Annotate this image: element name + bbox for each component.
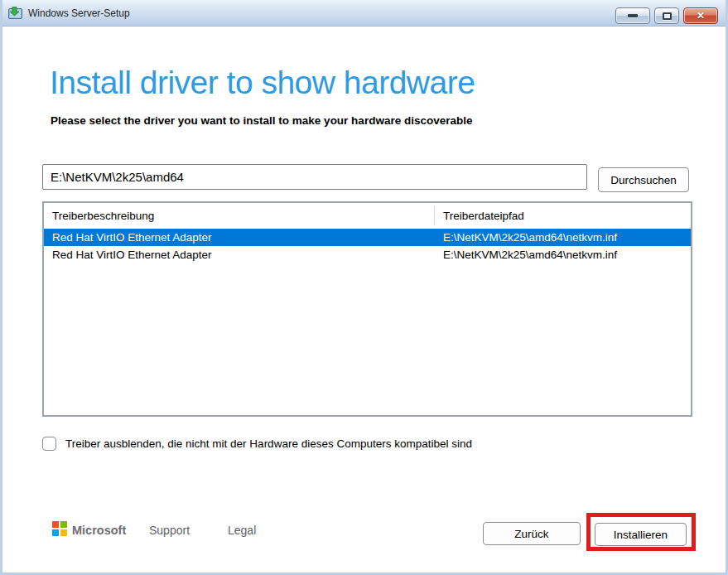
driver-list: Treiberbeschreibung Treiberdateipfad Red…	[42, 201, 692, 417]
close-button[interactable]: ✕	[683, 7, 718, 24]
page-subtitle: Please select the driver you want to ins…	[51, 114, 472, 127]
maximize-icon	[663, 12, 672, 20]
minimize-icon	[628, 14, 638, 17]
hide-incompatible-checkbox[interactable]	[42, 437, 56, 451]
driver-row-selected[interactable]: Red Hat VirtIO Ethernet Adapter E:\NetKV…	[44, 229, 691, 246]
hide-incompatible-label[interactable]: Treiber ausblenden, die nicht mit der Ha…	[65, 437, 472, 450]
ms-logo-blue	[52, 529, 59, 536]
installer-icon	[8, 7, 22, 19]
driver-list-header: Treiberbeschreibung Treiberdateipfad	[44, 203, 691, 229]
titlebar[interactable]: Windows Server-Setup ✕	[0, 0, 728, 27]
back-button[interactable]: Zurück	[483, 522, 581, 545]
ms-logo-green	[60, 521, 67, 528]
support-link[interactable]: Support	[149, 524, 190, 537]
maximize-button[interactable]	[654, 7, 679, 24]
driver-description: Red Hat VirtIO Ethernet Adapter	[44, 249, 435, 261]
microsoft-logo-icon	[52, 521, 67, 536]
ms-logo-yellow	[60, 529, 67, 536]
windows-server-setup-dialog: Windows Server-Setup ✕ Install driver to…	[0, 0, 728, 575]
column-header-description[interactable]: Treiberbeschreibung	[44, 210, 435, 222]
column-header-path[interactable]: Treiberdateipfad	[435, 210, 691, 222]
minimize-button[interactable]	[615, 7, 650, 24]
driver-description: Red Hat VirtIO Ethernet Adapter	[44, 231, 435, 244]
ms-logo-red	[52, 521, 59, 528]
browse-button[interactable]: Durchsuchen	[598, 167, 689, 192]
driver-path-input[interactable]	[42, 164, 587, 190]
column-divider[interactable]	[434, 206, 435, 225]
legal-link[interactable]: Legal	[228, 524, 256, 537]
window-title: Windows Server-Setup	[28, 7, 130, 19]
page-title: Install driver to show hardware	[50, 65, 475, 101]
hide-incompatible-row: Treiber ausblenden, die nicht mit der Ha…	[42, 437, 472, 451]
microsoft-brand-label: Microsoft	[72, 524, 126, 537]
driver-path: E:\NetKVM\2k25\amd64\netkvm.inf	[435, 231, 691, 244]
driver-path: E:\NetKVM\2k25\amd64\netkvm.inf	[435, 249, 691, 261]
driver-row[interactable]: Red Hat VirtIO Ethernet Adapter E:\NetKV…	[44, 246, 691, 263]
close-icon: ✕	[697, 11, 705, 21]
install-button[interactable]: Installieren	[595, 523, 687, 546]
